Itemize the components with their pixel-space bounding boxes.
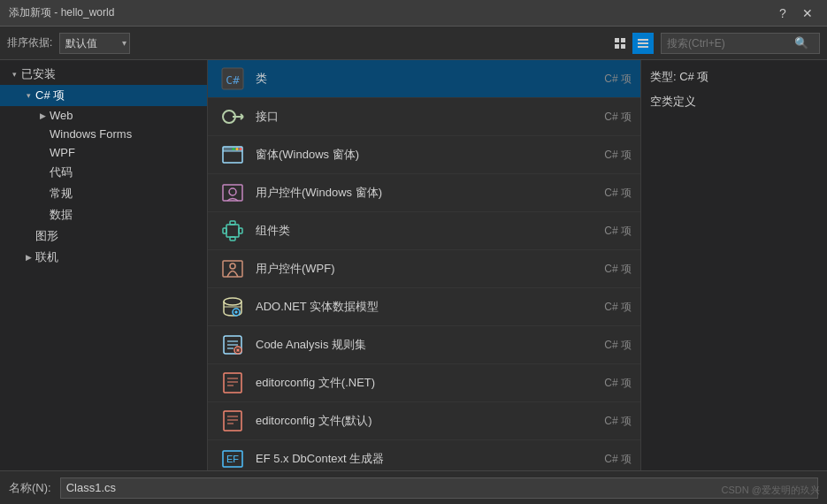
- item-name: 窗体(Windows 窗体): [256, 147, 597, 163]
- title-text: 添加新项 - hello_world: [9, 5, 114, 20]
- sidebar: ▾已安装▾C# 项▶WebWindows FormsWPF代码常规数据图形▶联机: [0, 60, 208, 470]
- svg-rect-3: [621, 44, 625, 49]
- list-item[interactable]: 组件类 C# 项: [208, 212, 640, 250]
- close-button[interactable]: ✕: [797, 4, 818, 22]
- bottom-bar: 名称(N):: [0, 470, 827, 504]
- view-buttons: [609, 33, 654, 54]
- svg-rect-2: [615, 44, 619, 49]
- sidebar-label-installed: 已安装: [21, 66, 56, 82]
- svg-point-16: [240, 148, 242, 150]
- list-item[interactable]: 用户控件(Windows 窗体) C# 项: [208, 174, 640, 212]
- list-item[interactable]: ADO.NET 实体数据模型 C# 项: [208, 288, 640, 326]
- item-name: EF 5.x DbContext 生成器: [256, 451, 597, 467]
- svg-rect-23: [230, 237, 235, 241]
- sidebar-label-csharp: C# 项: [35, 88, 65, 103]
- title-bar-controls: ? ✕: [772, 4, 818, 22]
- item-name: ADO.NET 实体数据模型: [256, 299, 597, 315]
- name-input[interactable]: [60, 477, 818, 499]
- item-name: 用户控件(WPF): [256, 261, 597, 277]
- sidebar-label-code: 代码: [50, 164, 73, 180]
- item-category: C# 项: [604, 452, 632, 467]
- item-name: 用户控件(Windows 窗体): [256, 185, 597, 201]
- item-category: C# 项: [604, 186, 632, 201]
- tree-arrow-csharp: ▾: [21, 91, 35, 100]
- item-icon-usercontrol-wpf: [217, 255, 249, 283]
- sidebar-item-graphics[interactable]: 图形: [0, 225, 207, 247]
- list-item[interactable]: Code Analysis 规则集 C# 项: [208, 326, 640, 364]
- tree-arrow-web: ▶: [35, 111, 50, 120]
- svg-text:EF: EF: [226, 454, 239, 464]
- sidebar-item-wpf[interactable]: WPF: [0, 143, 207, 162]
- item-name: Code Analysis 规则集: [256, 337, 597, 353]
- svg-rect-22: [230, 221, 235, 225]
- info-desc: 空类定义: [650, 94, 818, 110]
- svg-rect-21: [226, 225, 239, 237]
- item-icon-ef5: EF: [217, 445, 249, 470]
- svg-point-18: [233, 148, 235, 150]
- info-type: 类型: C# 项: [650, 69, 818, 85]
- sidebar-item-installed[interactable]: ▾已安装: [0, 64, 207, 85]
- sidebar-label-web: Web: [50, 109, 73, 122]
- content: ▾已安装▾C# 项▶WebWindows FormsWPF代码常规数据图形▶联机…: [0, 60, 827, 470]
- svg-rect-5: [638, 42, 648, 44]
- item-category: C# 项: [604, 110, 632, 125]
- toolbar: 排序依据: 默认值 🔍: [0, 27, 827, 60]
- item-icon-class: C#: [217, 65, 249, 93]
- item-icon-form: [217, 141, 249, 169]
- list-item[interactable]: EF EF 5.x DbContext 生成器 C# 项: [208, 440, 640, 470]
- svg-rect-4: [638, 39, 648, 41]
- svg-point-20: [229, 188, 236, 195]
- tree-arrow-online: ▶: [21, 253, 35, 262]
- sort-label: 排序依据:: [7, 35, 52, 50]
- list-item[interactable]: 窗体(Windows 窗体) C# 项: [208, 136, 640, 174]
- item-name: 组件类: [256, 223, 597, 239]
- search-input[interactable]: [667, 37, 791, 50]
- list-view-button[interactable]: [632, 33, 654, 54]
- list-item[interactable]: 用户控件(WPF) C# 项: [208, 250, 640, 288]
- item-category: C# 项: [604, 338, 632, 353]
- list-item[interactable]: 接口 C# 项: [208, 98, 640, 136]
- help-button[interactable]: ?: [772, 4, 793, 22]
- sidebar-item-general[interactable]: 常规: [0, 183, 207, 204]
- sidebar-item-data[interactable]: 数据: [0, 204, 207, 225]
- sidebar-item-csharp[interactable]: ▾C# 项: [0, 85, 207, 106]
- item-icon-interface: [217, 103, 249, 131]
- item-name: editorconfig 文件(默认): [256, 413, 597, 429]
- title-bar-left: 添加新项 - hello_world: [9, 5, 114, 20]
- item-icon-editorconfig-net: [217, 369, 249, 397]
- svg-rect-6: [638, 46, 648, 48]
- item-icon-component: [217, 217, 249, 245]
- sort-select[interactable]: 默认值: [59, 33, 130, 54]
- item-name: 接口: [256, 109, 597, 125]
- svg-rect-24: [223, 228, 226, 233]
- sidebar-label-graphics: 图形: [35, 228, 58, 244]
- item-name: 类: [256, 71, 597, 87]
- dialog: 排序依据: 默认值 🔍 ▾已安装▾: [0, 27, 827, 504]
- list-item[interactable]: C# 类 C# 项: [208, 60, 640, 98]
- sidebar-item-winforms[interactable]: Windows Forms: [0, 125, 207, 143]
- svg-rect-1: [621, 38, 625, 42]
- svg-point-28: [224, 298, 241, 305]
- item-category: C# 项: [604, 224, 632, 239]
- sidebar-item-code[interactable]: 代码: [0, 162, 207, 183]
- svg-rect-42: [224, 411, 241, 431]
- item-list: C# 类 C# 项 接口 C# 项 窗体(Windows 窗体) C# 项 用户…: [208, 60, 641, 470]
- sidebar-label-data: 数据: [50, 207, 73, 223]
- item-category: C# 项: [604, 262, 632, 277]
- svg-rect-38: [224, 373, 241, 393]
- tree-arrow-installed: ▾: [7, 70, 21, 79]
- grid-view-button[interactable]: [609, 33, 631, 54]
- sidebar-label-wpf: WPF: [50, 146, 75, 159]
- search-box: 🔍: [661, 33, 820, 54]
- list-item[interactable]: editorconfig 文件(默认) C# 项: [208, 402, 640, 440]
- item-category: C# 项: [604, 414, 632, 429]
- svg-point-17: [236, 148, 239, 150]
- list-item[interactable]: editorconfig 文件(.NET) C# 项: [208, 364, 640, 402]
- sidebar-item-web[interactable]: ▶Web: [0, 106, 207, 125]
- sidebar-label-online: 联机: [35, 249, 58, 265]
- sidebar-item-online[interactable]: ▶联机: [0, 247, 207, 268]
- sidebar-label-winforms: Windows Forms: [50, 127, 132, 141]
- search-icon: 🔍: [794, 36, 808, 50]
- info-panel: 类型: C# 项 空类定义: [641, 60, 827, 470]
- item-icon-usercontrol-win: [217, 179, 249, 207]
